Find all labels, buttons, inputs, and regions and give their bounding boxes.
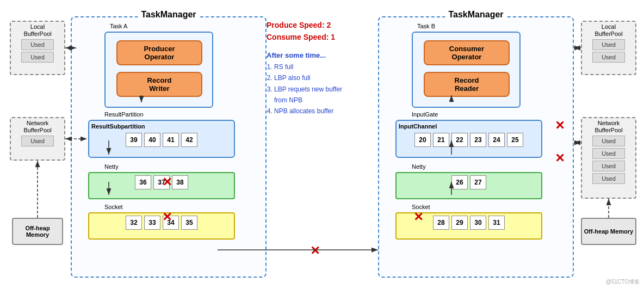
left-offheap-label: Off-heap Memory xyxy=(13,225,62,238)
input-channel-box: InputChannel 20 21 22 23 24 25 xyxy=(395,120,542,158)
input-cells-row: 20 21 22 23 24 25 xyxy=(397,131,541,149)
right-lbp-used-2: Used xyxy=(592,52,625,63)
task-a-label: Task A xyxy=(110,23,127,29)
record-writer-label: RecordWriter xyxy=(147,76,172,93)
input-gate-label: InputGate xyxy=(412,111,438,118)
record-writer-box: RecordWriter xyxy=(116,72,202,97)
right-network-buffer-pool: NetworkBufferPool Used Used Used Used xyxy=(581,117,636,199)
cell-27: 27 xyxy=(470,175,486,189)
cell-39: 39 xyxy=(126,133,142,147)
cell-29: 29 xyxy=(451,216,468,230)
cell-36: 36 xyxy=(135,175,151,189)
left-lbp-used-1: Used xyxy=(21,39,54,50)
left-local-buffer-pool: LocalBufferPool Used Used xyxy=(10,21,65,75)
left-tm-title: TaskManager xyxy=(138,10,199,20)
right-nbp-used-2: Used xyxy=(592,148,625,159)
right-network-bp-title: NetworkBufferPool xyxy=(582,120,635,134)
result-subpartition-box: ResultSubpartition 39 40 41 42 xyxy=(88,120,235,158)
consumer-operator-label: ConsumerOperator xyxy=(449,45,484,61)
cell-28: 28 xyxy=(433,216,449,230)
cell-35: 35 xyxy=(181,216,197,230)
right-offheap: Off-heap Memory xyxy=(581,218,636,245)
x-mark-right-netty: ✕ xyxy=(555,152,565,164)
record-reader-box: RecordReader xyxy=(424,72,510,97)
after-title: After some time... xyxy=(267,51,373,59)
after-list: RS full LBP also full LBP requets new bu… xyxy=(267,62,373,117)
cell-42: 42 xyxy=(181,133,197,147)
x-mark-center-socket: ✕ xyxy=(310,245,320,257)
x-mark-right-lbp: ✕ xyxy=(555,120,565,132)
cell-40: 40 xyxy=(144,133,160,147)
left-netty-label: Netty xyxy=(104,163,119,170)
right-netty-label: Netty xyxy=(412,163,426,170)
left-netty-box: 36 37 38 xyxy=(88,172,235,199)
consume-speed-text: Consume Speed: 1 xyxy=(267,31,373,43)
consume-speed-value: 1 xyxy=(331,33,335,41)
consume-speed-label: Consume Speed: xyxy=(267,33,329,41)
task-b-box: ConsumerOperator RecordReader xyxy=(412,32,521,108)
x-mark-left-netty: ✕ xyxy=(162,176,172,188)
left-task-manager: TaskManager Task A ProducerOperator Reco… xyxy=(71,16,267,278)
left-network-bp-title: NetworkBufferPool xyxy=(11,120,64,134)
cell-41: 41 xyxy=(163,133,179,147)
cell-32: 32 xyxy=(126,216,142,230)
left-network-buffer-pool: NetworkBufferPool Used xyxy=(10,117,65,161)
diagram: TaskManager Task A ProducerOperator Reco… xyxy=(0,0,644,288)
right-tm-title: TaskManager xyxy=(445,10,506,20)
right-local-bp-title: LocalBufferPool xyxy=(582,23,635,38)
cell-22: 22 xyxy=(451,133,468,147)
cell-20: 20 xyxy=(414,133,431,147)
right-netty-cells: 26 27 xyxy=(397,173,541,192)
right-local-buffer-pool: LocalBufferPool Used Used xyxy=(581,21,636,75)
step-3: LBP requets new bufferfrom NPB xyxy=(274,84,373,106)
consumer-operator-box: ConsumerOperator xyxy=(424,40,510,65)
producer-operator-box: ProducerOperator xyxy=(116,40,202,65)
left-socket-box: 32 33 34 35 xyxy=(88,212,235,240)
task-b-label: Task B xyxy=(417,23,435,29)
x-mark-left-socket: ✕ xyxy=(162,211,172,223)
produce-speed-label: Produce Speed: xyxy=(267,21,325,29)
task-a-box: ProducerOperator RecordWriter xyxy=(104,32,213,108)
cell-31: 31 xyxy=(488,216,505,230)
right-netty-box: 26 27 xyxy=(395,172,542,199)
right-nbp-used-4: Used xyxy=(592,173,625,184)
x-mark-right-socket: ✕ xyxy=(413,211,423,223)
left-offheap: Off-heap Memory xyxy=(12,218,63,245)
right-offheap-label: Off-heap Memory xyxy=(584,228,633,235)
produce-speed-value: 2 xyxy=(326,21,331,29)
right-nbp-used-1: Used xyxy=(592,136,625,146)
cell-24: 24 xyxy=(488,133,505,147)
producer-operator-label: ProducerOperator xyxy=(144,45,175,61)
right-socket-label: Socket xyxy=(412,204,430,210)
cell-33: 33 xyxy=(144,216,160,230)
watermark: @51CTO博客 xyxy=(606,278,640,286)
left-local-bp-title: LocalBufferPool xyxy=(11,23,64,38)
cell-25: 25 xyxy=(507,133,523,147)
cell-30: 30 xyxy=(470,216,486,230)
cell-21: 21 xyxy=(433,133,449,147)
left-netty-cells: 36 37 38 xyxy=(89,173,234,192)
step-4: NPB allocates buffer xyxy=(274,106,373,117)
left-lbp-used-2: Used xyxy=(21,52,54,63)
cell-23: 23 xyxy=(470,133,486,147)
step-1: RS full xyxy=(274,62,373,72)
left-socket-cells: 32 33 34 35 xyxy=(89,213,234,232)
cell-26: 26 xyxy=(451,175,468,189)
step-2: LBP also full xyxy=(274,72,373,83)
center-panel: Produce Speed: 2 Consume Speed: 1 After … xyxy=(267,19,373,117)
left-nbp-used-1: Used xyxy=(21,136,54,146)
left-socket-label: Socket xyxy=(104,204,123,210)
right-nbp-used-3: Used xyxy=(592,161,625,171)
right-lbp-used-1: Used xyxy=(592,39,625,50)
record-reader-label: RecordReader xyxy=(455,76,479,93)
result-partition-label: ResultPartition xyxy=(104,111,144,118)
cell-38: 38 xyxy=(172,175,188,189)
result-subpartition-title: ResultSubpartition xyxy=(91,123,234,130)
result-cells-row: 39 40 41 42 xyxy=(89,131,234,149)
produce-speed-text: Produce Speed: 2 xyxy=(267,19,373,31)
right-task-manager: TaskManager Task B ConsumerOperator Reco… xyxy=(378,16,574,278)
input-channel-title: InputChannel xyxy=(399,123,541,130)
